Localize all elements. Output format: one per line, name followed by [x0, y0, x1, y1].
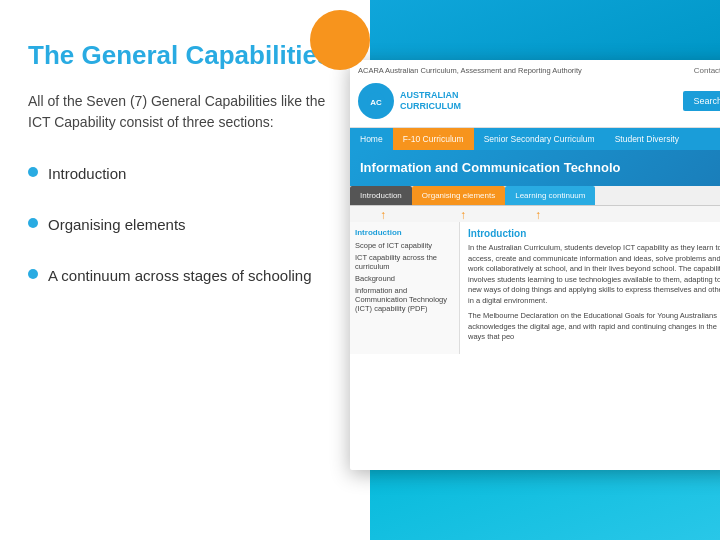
nav-bar: Home F-10 Curriculum Senior Secondary Cu… [350, 128, 720, 150]
main-intro-text: In the Australian Curriculum, students d… [468, 243, 720, 306]
logo-icon: AC [366, 91, 386, 111]
main-intro-title: Introduction [468, 228, 720, 239]
search-row: AC AUSTRALIANCURRICULUM Search [358, 77, 720, 127]
bullet-item-2: Organising elements [28, 214, 342, 235]
melbourne-text: The Melbourne Declaration on the Educati… [468, 311, 720, 343]
nav-home[interactable]: Home [350, 128, 393, 150]
bullet-dot-3 [28, 269, 38, 279]
page-title-banner: Information and Communication Technolo [350, 150, 720, 186]
bullet-item-3: A continuum across stages of schooling [28, 265, 342, 286]
website-screenshot: ACARA Australian Curriculum, Assessment … [350, 60, 720, 470]
content-area: Introduction Scope of ICT capability ICT… [350, 222, 720, 354]
bullet-dot-1 [28, 167, 38, 177]
left-panel: The General Capabilities All of the Seve… [0, 0, 370, 540]
search-button[interactable]: Search [683, 91, 720, 111]
sidebar-background[interactable]: Background [355, 274, 454, 283]
logo-text: AUSTRALIANCURRICULUM [400, 90, 461, 112]
website-header: ACARA Australian Curriculum, Assessment … [350, 60, 720, 128]
tab-introduction[interactable]: Introduction [350, 186, 412, 205]
bullet-list: Introduction Organising elements A conti… [28, 163, 342, 286]
slide-container: The General Capabilities All of the Seve… [0, 0, 720, 540]
arrow-icon-1: ↑ [380, 208, 386, 222]
bullet-text-3: A continuum across stages of schooling [48, 265, 311, 286]
nav-f10[interactable]: F-10 Curriculum [393, 128, 474, 150]
tab-learning[interactable]: Learning continuum [505, 186, 595, 205]
sidebar-col: Introduction Scope of ICT capability ICT… [350, 222, 460, 354]
sidebar-pdf[interactable]: Information and Communication Technology… [355, 286, 454, 313]
sidebar-across[interactable]: ICT capability across the curriculum [355, 253, 454, 271]
bullet-text-1: Introduction [48, 163, 126, 184]
sidebar-scope[interactable]: Scope of ICT capability [355, 241, 454, 250]
main-col: Introduction In the Australian Curriculu… [460, 222, 720, 354]
sidebar-intro[interactable]: Introduction [355, 228, 454, 237]
logo-circle: AC [358, 83, 394, 119]
acara-logo: AC AUSTRALIANCURRICULUM [358, 83, 461, 119]
bullet-item-1: Introduction [28, 163, 342, 184]
decorative-circle [310, 10, 370, 70]
slide-subtitle: All of the Seven (7) General Capabilitie… [28, 91, 342, 133]
bullet-dot-2 [28, 218, 38, 228]
acara-topbar: ACARA Australian Curriculum, Assessment … [358, 64, 720, 77]
arrow-icon-2: ↑ [460, 208, 466, 222]
nav-secondary[interactable]: Senior Secondary Curriculum [474, 128, 605, 150]
arrows-area: ↑ ↑ ↑ [350, 206, 720, 222]
tab-organising[interactable]: Organising elements [412, 186, 505, 205]
contact-link: Contact us [694, 66, 720, 75]
tab-row: Introduction Organising elements Learnin… [350, 186, 720, 206]
acara-title: ACARA Australian Curriculum, Assessment … [358, 66, 582, 75]
nav-diversity[interactable]: Student Diversity [605, 128, 689, 150]
arrow-icon-3: ↑ [535, 208, 541, 222]
slide-title: The General Capabilities [28, 40, 342, 71]
svg-text:AC: AC [370, 98, 382, 107]
bullet-text-2: Organising elements [48, 214, 186, 235]
